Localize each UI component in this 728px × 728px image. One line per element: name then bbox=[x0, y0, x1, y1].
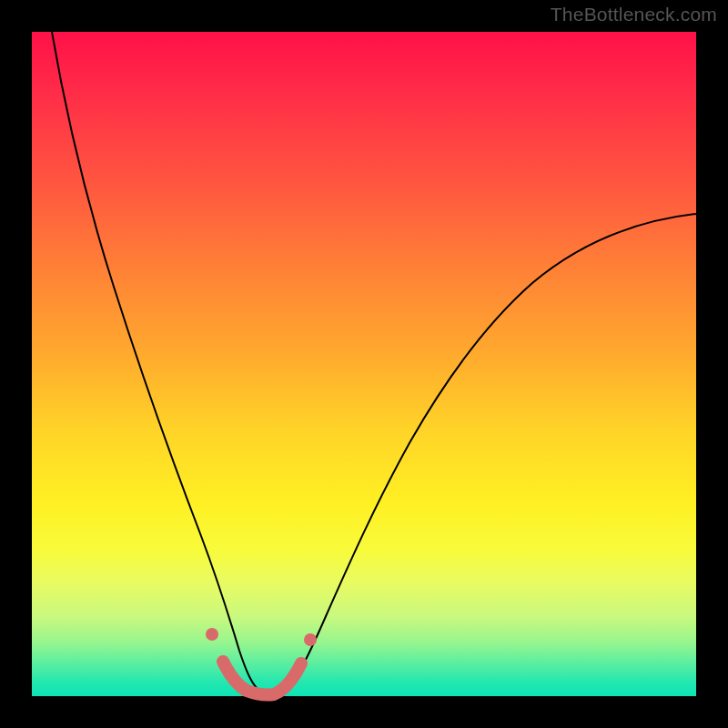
marker-dot-left bbox=[206, 628, 218, 641]
marker-dot-right bbox=[304, 633, 317, 646]
chart-frame: TheBottleneck.com bbox=[0, 0, 728, 728]
bottleneck-curve bbox=[52, 32, 696, 695]
plot-area bbox=[32, 32, 696, 696]
marker-band bbox=[223, 662, 301, 695]
curve-layer bbox=[32, 32, 696, 696]
watermark-text: TheBottleneck.com bbox=[551, 4, 717, 25]
